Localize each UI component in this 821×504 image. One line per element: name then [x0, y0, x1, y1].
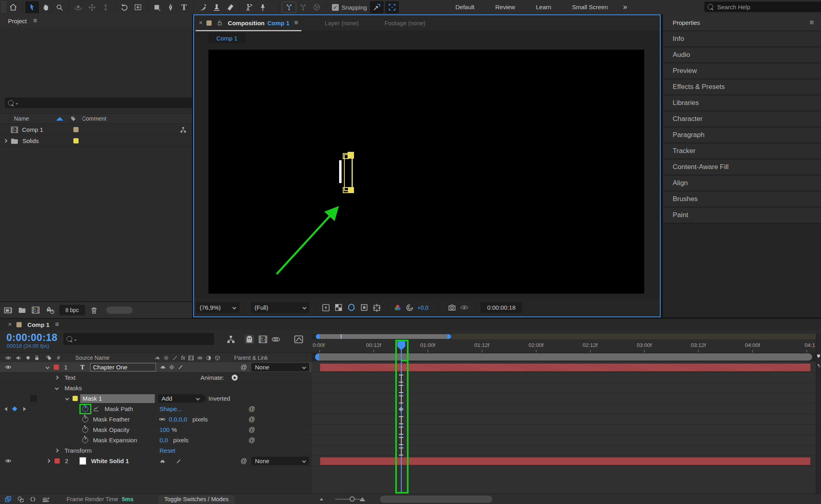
mask-name-selected[interactable]: Mask 1: [80, 394, 155, 403]
group-label[interactable]: Text: [65, 374, 76, 381]
solo-column-icon[interactable]: [26, 356, 30, 359]
panel-tab-libraries[interactable]: Libraries: [663, 95, 821, 111]
resolution-dropdown[interactable]: (Full): [251, 302, 309, 313]
tab-layer[interactable]: Layer (none): [325, 20, 359, 26]
composition-stage[interactable]: [208, 50, 644, 294]
time-ruler[interactable]: 0:00f 00:12f 01:00f 01:12f 02:00f 02:12f…: [312, 339, 816, 353]
group-row-text[interactable]: Text Animate:: [0, 373, 312, 383]
row-mask-expansion[interactable]: Mask Expansion 0,0 pixels @: [0, 435, 312, 446]
timeline-tab-comp1[interactable]: Comp 1: [27, 321, 49, 328]
panel-tab-tracker[interactable]: Tracker: [663, 143, 821, 159]
parent-dropdown[interactable]: None: [251, 457, 309, 465]
column-name[interactable]: Name: [14, 115, 29, 122]
color-depth-button[interactable]: 8 bpc: [59, 305, 85, 315]
panel-tab-align[interactable]: Align: [663, 175, 821, 192]
column-comment[interactable]: Comment: [82, 115, 106, 122]
brush-tool-icon[interactable]: [196, 1, 210, 13]
project-search-input[interactable]: [5, 97, 192, 108]
panel-tab-content-aware-fill[interactable]: Content-Aware Fill: [663, 159, 821, 175]
help-search[interactable]: Search Help: [704, 2, 821, 12]
snap-to-feature-icon[interactable]: [385, 1, 399, 13]
clone-stamp-tool-icon[interactable]: [210, 1, 223, 13]
show-snapshot-icon[interactable]: [460, 303, 469, 312]
exposure-value[interactable]: +0,0: [417, 304, 429, 311]
rectangle-tool-icon[interactable]: [150, 1, 164, 13]
pickwhip-icon[interactable]: @: [249, 437, 255, 444]
mask-color-swatch[interactable]: [73, 396, 78, 401]
group-row-transform[interactable]: Transform Reset: [0, 446, 312, 456]
panel-tab-preview[interactable]: Preview: [663, 63, 821, 79]
workspace-review[interactable]: Review: [485, 4, 526, 10]
home-icon[interactable]: [6, 1, 20, 13]
unlock-icon[interactable]: [216, 20, 223, 26]
tab-composition-label[interactable]: Composition: [228, 20, 265, 26]
layer-bar-chapter-one[interactable]: [320, 363, 811, 371]
panel-tab-audio[interactable]: Audio: [663, 47, 821, 63]
expansion-value[interactable]: 0,0: [160, 437, 168, 444]
dimension-link-icon[interactable]: [159, 416, 166, 423]
pickwhip-icon[interactable]: @: [249, 416, 255, 423]
world-axis-mode-icon[interactable]: [296, 1, 310, 13]
viewer-subtab-comp1[interactable]: Comp 1: [208, 33, 245, 43]
snapping-checkbox[interactable]: ✓: [332, 4, 339, 11]
magnification-dropdown[interactable]: (76,9%): [196, 302, 239, 313]
row-mask-opacity[interactable]: Mask Opacity 100 % @: [0, 425, 312, 435]
group-expand-chevron-icon[interactable]: [55, 376, 59, 380]
label-color-swatch[interactable]: [73, 127, 79, 132]
parent-pickwhip-icon[interactable]: @: [241, 364, 247, 371]
expand-chevron-icon[interactable]: [4, 139, 8, 143]
parent-dropdown[interactable]: None: [251, 363, 309, 371]
expand-in-out-icon[interactable]: [29, 496, 36, 503]
expand-layer-switches-icon[interactable]: [4, 495, 12, 503]
shy-switch-icon[interactable]: [160, 458, 166, 465]
expand-transfer-controls-icon[interactable]: [17, 496, 24, 503]
eraser-tool-icon[interactable]: [223, 1, 237, 13]
exposure-icon[interactable]: [405, 303, 414, 312]
workspace-default[interactable]: Default: [445, 4, 485, 10]
motion-blur-toggle-icon[interactable]: [271, 335, 281, 344]
new-composition-icon[interactable]: [31, 306, 40, 314]
mask-path-value[interactable]: Shape...: [160, 405, 182, 412]
property-label[interactable]: Mask Expansion: [93, 437, 137, 444]
transparency-grid-icon[interactable]: [334, 303, 343, 312]
viewer-timecode[interactable]: 0:00:00:18: [481, 302, 522, 313]
graph-editor-icon[interactable]: [293, 334, 304, 345]
composition-mini-flowchart-icon[interactable]: [226, 335, 236, 344]
feather-value[interactable]: 0,0,0,0: [169, 416, 187, 423]
mask-visibility-icon[interactable]: [346, 302, 356, 312]
project-scrollbar[interactable]: [106, 306, 133, 314]
channel-rgb-icon[interactable]: [393, 303, 402, 312]
layer-name-field[interactable]: Chapter One: [90, 363, 156, 371]
zoom-out-mountain-icon[interactable]: [320, 498, 323, 500]
time-navigator[interactable]: [312, 334, 816, 339]
snapping-control[interactable]: ✓ Snapping: [332, 4, 367, 11]
region-of-interest-icon[interactable]: [360, 303, 369, 312]
layer-marker-icon[interactable]: [816, 363, 821, 368]
mask-lock-cell[interactable]: [30, 395, 37, 402]
work-area-bar[interactable]: [315, 353, 812, 361]
new-folder-icon[interactable]: [18, 306, 26, 314]
local-axis-mode-icon[interactable]: [282, 2, 296, 13]
rotation-tool-icon[interactable]: [117, 1, 131, 13]
number-column[interactable]: #: [57, 355, 60, 361]
time-navigator-bar[interactable]: [316, 334, 451, 339]
close-tab-icon[interactable]: ×: [199, 19, 202, 26]
stopwatch-icon[interactable]: [82, 427, 88, 433]
audio-column-speaker-icon[interactable]: [15, 355, 22, 361]
previous-keyframe-icon[interactable]: [4, 407, 7, 411]
hand-tool-icon[interactable]: [39, 1, 53, 13]
workspace-learn[interactable]: Learn: [526, 4, 562, 10]
timeline-zoom-slider-knob[interactable]: [350, 496, 355, 502]
animate-menu-icon[interactable]: [232, 375, 238, 381]
flowchart-icon[interactable]: [180, 126, 187, 133]
toggle-switches-modes-button[interactable]: Toggle Switches / Modes: [158, 495, 235, 504]
parent-pickwhip-icon[interactable]: @: [241, 458, 247, 465]
layer-expand-chevron-icon[interactable]: [46, 365, 50, 369]
inverted-checkbox[interactable]: [200, 396, 206, 401]
frame-blend-toggle-icon[interactable]: [258, 335, 268, 344]
pickwhip-icon[interactable]: @: [249, 405, 255, 413]
stopwatch-icon[interactable]: [82, 416, 88, 422]
view-axis-mode-icon[interactable]: [310, 1, 324, 13]
property-label[interactable]: Mask Opacity: [93, 426, 129, 433]
project-panel-menu-icon[interactable]: ≡: [33, 17, 37, 25]
